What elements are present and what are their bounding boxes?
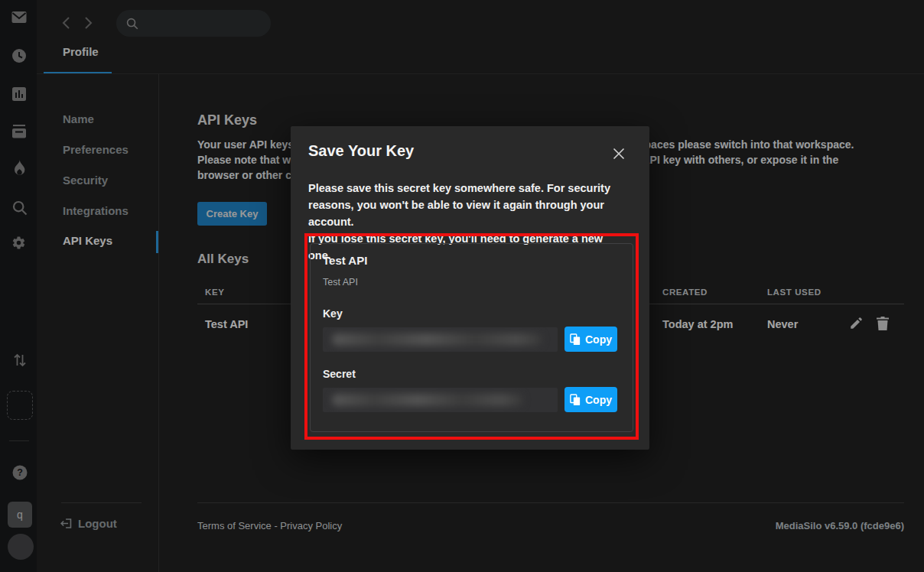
modal-title: Save Your Key (308, 142, 414, 160)
blurred-key-value (332, 333, 542, 346)
key-panel: Test API Test API Key Copy Secret (310, 243, 633, 432)
copy-label: Copy (585, 394, 612, 406)
copy-icon (570, 394, 581, 406)
mediasilo-app: ? q Profile Name Preferences Security In… (0, 0, 924, 572)
copy-key-button[interactable]: Copy (564, 327, 617, 352)
copy-secret-button[interactable]: Copy (564, 387, 617, 412)
blurred-secret-value (332, 394, 523, 406)
save-your-key-modal: Save Your Key Please save this secret ke… (291, 126, 649, 450)
api-secret-field-masked[interactable] (323, 388, 558, 412)
key-name: Test API (323, 254, 620, 267)
copy-icon (570, 333, 581, 346)
copy-label: Copy (585, 333, 612, 346)
key-subtitle: Test API (323, 277, 620, 288)
api-key-field-masked[interactable] (323, 327, 558, 352)
close-icon[interactable] (611, 146, 626, 161)
key-field-label: Key (323, 307, 620, 320)
secret-field-label: Secret (323, 368, 620, 380)
annotation-highlight-box: Test API Test API Key Copy Secret (304, 233, 639, 440)
